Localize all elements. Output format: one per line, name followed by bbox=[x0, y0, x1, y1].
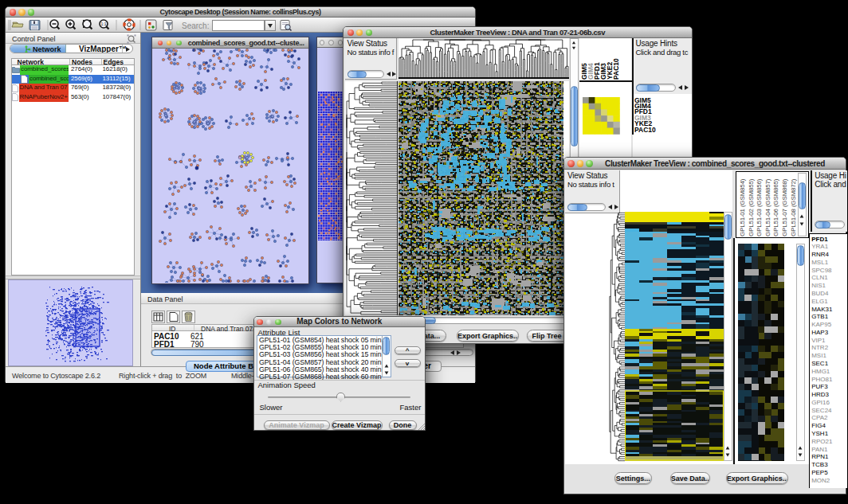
svg-text:GPL51-01 (GSM854): GPL51-01 (GSM854) bbox=[739, 178, 746, 236]
svg-text:PAC10: PAC10 bbox=[612, 58, 620, 80]
svg-text:GPL51-08 (GSM872): GPL51-08 (GSM872) bbox=[790, 178, 797, 236]
svg-text:GPL51-07 (GSM868): GPL51-07 (GSM868) bbox=[781, 178, 788, 236]
svg-text:GPL51-02 (GSM855): GPL51-02 (GSM855) bbox=[748, 178, 755, 236]
svg-text:GPL51-04 (GSM857): GPL51-04 (GSM857) bbox=[764, 178, 771, 236]
svg-text:1:1: 1:1 bbox=[101, 21, 107, 26]
svg-text:GPL51-06 (GSM865): GPL51-06 (GSM865) bbox=[773, 178, 780, 236]
svg-text:GPL51-03 (GSM856): GPL51-03 (GSM856) bbox=[756, 178, 763, 236]
